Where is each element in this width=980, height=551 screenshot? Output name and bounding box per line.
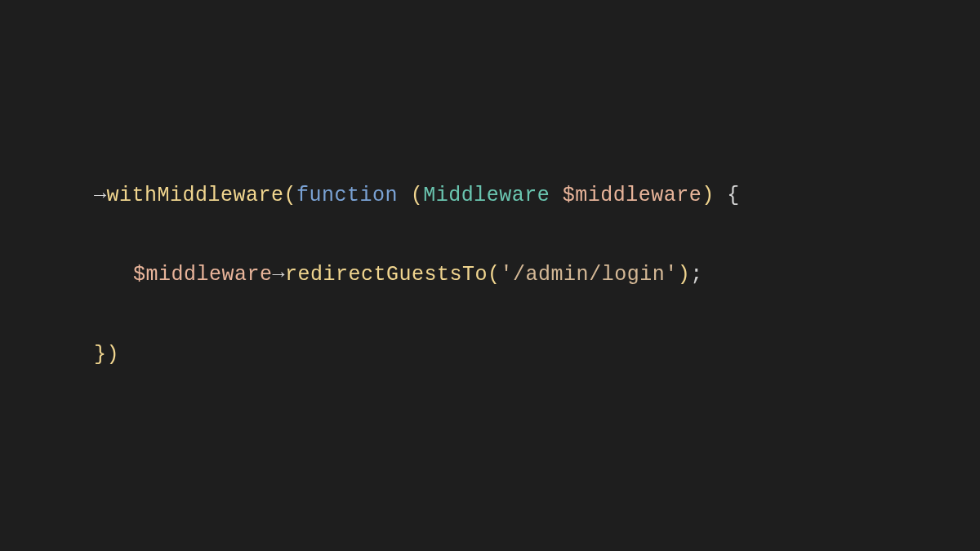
open-paren: ( xyxy=(488,263,501,287)
variable-name: $middleware xyxy=(133,263,273,287)
method-name: withMiddleware xyxy=(107,184,284,207)
space xyxy=(398,184,411,207)
open-paren: ( xyxy=(284,184,297,207)
semicolon: ; xyxy=(690,263,703,287)
open-brace: { xyxy=(715,184,740,207)
code-snippet: →withMiddleware(function (Middleware $mi… xyxy=(0,136,740,415)
code-line-1: →withMiddleware(function (Middleware $mi… xyxy=(94,176,740,216)
space xyxy=(550,184,563,207)
type-name: Middleware xyxy=(423,184,550,207)
arrow-operator: → xyxy=(273,263,286,287)
open-paren: ( xyxy=(411,184,424,207)
close-paren: ) xyxy=(107,343,120,367)
arrow-operator: → xyxy=(94,184,107,207)
method-name: redirectGuestsTo xyxy=(285,263,488,287)
close-brace: } xyxy=(94,343,107,367)
close-paren: ) xyxy=(678,263,691,287)
code-line-2: $middleware→redirectGuestsTo('/admin/log… xyxy=(94,256,740,295)
close-paren: ) xyxy=(702,184,715,207)
code-line-3: }) xyxy=(94,335,740,375)
function-keyword: function xyxy=(296,184,398,207)
string-literal: '/admin/login' xyxy=(501,263,678,287)
variable-name: $middleware xyxy=(563,184,702,207)
